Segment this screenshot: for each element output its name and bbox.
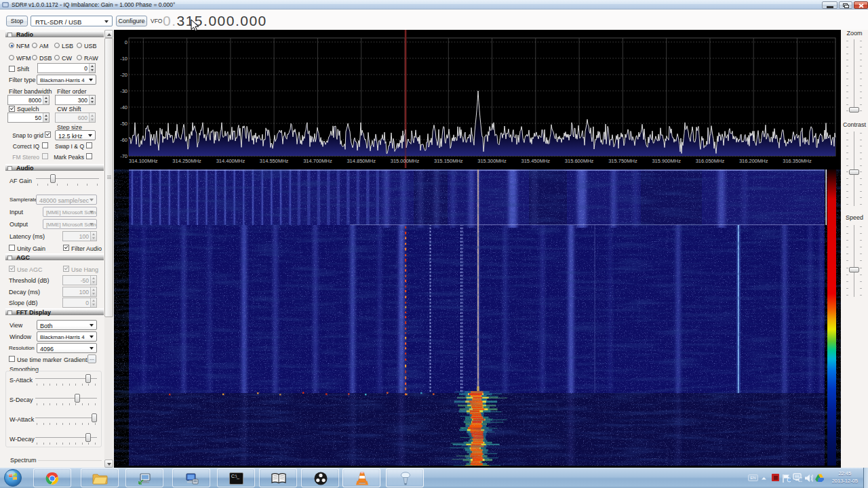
svg-text:C:\_: C:\_ bbox=[231, 474, 239, 479]
svg-text:314.850MHz: 314.850MHz bbox=[347, 158, 376, 164]
svg-text:314.700MHz: 314.700MHz bbox=[303, 158, 332, 164]
svg-text:-40: -40 bbox=[120, 104, 127, 110]
svg-text:315.000MHz: 315.000MHz bbox=[391, 158, 420, 164]
svg-text:-20: -20 bbox=[120, 72, 127, 78]
svg-text:-70: -70 bbox=[120, 153, 127, 159]
svg-text:315.600MHz: 315.600MHz bbox=[565, 158, 594, 164]
svg-text:315.300MHz: 315.300MHz bbox=[477, 158, 507, 164]
svg-text:0: 0 bbox=[125, 39, 127, 45]
svg-text:316.200MHz: 316.200MHz bbox=[739, 158, 768, 164]
svg-text:314.400MHz: 314.400MHz bbox=[216, 158, 245, 164]
svg-text:-30: -30 bbox=[120, 88, 127, 94]
svg-text:-60: -60 bbox=[120, 137, 127, 143]
svg-text:-50: -50 bbox=[120, 121, 127, 127]
svg-text:314.250MHz: 314.250MHz bbox=[172, 158, 201, 164]
svg-text:314.550MHz: 314.550MHz bbox=[260, 158, 289, 164]
svg-text:314.100MHz: 314.100MHz bbox=[129, 158, 158, 164]
svg-text:316.350MHz: 316.350MHz bbox=[783, 158, 812, 164]
svg-text:-10: -10 bbox=[120, 56, 127, 62]
svg-text:315.450MHz: 315.450MHz bbox=[521, 158, 551, 164]
svg-text:315.900MHz: 315.900MHz bbox=[652, 158, 681, 164]
svg-text:315.150MHz: 315.150MHz bbox=[434, 158, 463, 164]
svg-text:316.050MHz: 316.050MHz bbox=[696, 158, 725, 164]
svg-text:315.750MHz: 315.750MHz bbox=[608, 158, 637, 164]
